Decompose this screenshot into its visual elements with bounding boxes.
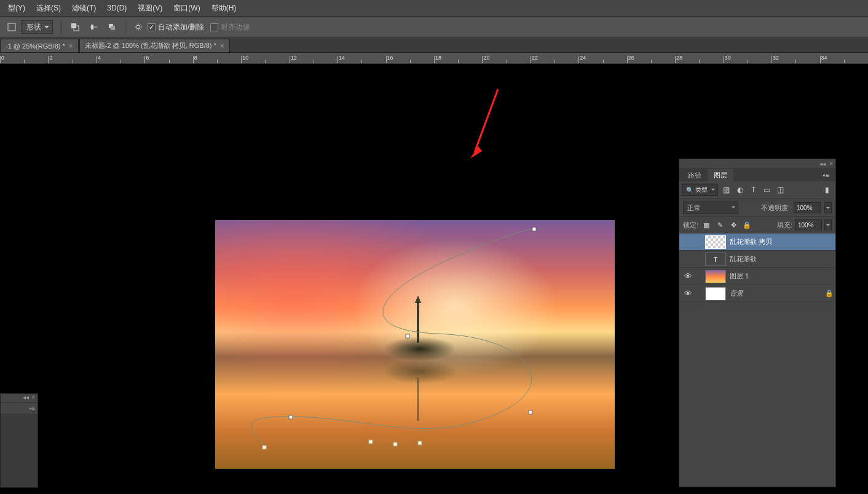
layer-name[interactable]: 背景 [730, 289, 823, 298]
layer-thumbnail[interactable] [705, 235, 726, 249]
canvas-image[interactable] [215, 220, 615, 469]
opacity-input[interactable]: 100% [794, 202, 821, 213]
ruler-minor-tick [748, 60, 748, 63]
menu-item-filter[interactable]: 滤镜(T) [66, 3, 101, 14]
checkbox-checked-icon[interactable] [148, 23, 156, 31]
layer-thumbnail[interactable]: T [705, 253, 726, 266]
layer-thumbnail[interactable] [705, 287, 726, 300]
ruler-number: 30 [725, 55, 731, 61]
layer-row[interactable]: 👁图层 1 [679, 268, 835, 285]
options-bar: 形状 自动添加/删除 对齐边缘 [0, 16, 868, 38]
ruler-tick [482, 56, 483, 63]
filter-smart-icon[interactable]: ◫ [775, 184, 787, 196]
ruler-number: 32 [773, 55, 779, 61]
checkbox-unchecked-icon[interactable] [210, 23, 218, 31]
document-tab-2[interactable]: 未标题-2 @ 100% (乱花渐欲 拷贝, RGB/8) * × [79, 39, 230, 52]
document-tab-1[interactable]: -1 @ 25%(RGB/8) * × [0, 39, 79, 52]
tab-paths[interactable]: 路径 [682, 169, 708, 181]
shape-mode-dropdown[interactable]: 形状 [21, 20, 53, 34]
layer-name[interactable]: 乱花渐欲 [730, 254, 835, 264]
path-combine-icon[interactable] [67, 19, 83, 35]
path-arrange-icon[interactable] [104, 19, 120, 35]
ruler-minor-tick [795, 60, 796, 63]
ruler-tick [771, 56, 772, 63]
fill-dropdown-icon[interactable] [824, 219, 832, 230]
panel-collapse-icon[interactable]: ◂◂ [23, 394, 29, 402]
ruler-number: 22 [532, 55, 538, 61]
close-icon[interactable]: × [829, 160, 833, 167]
layer-row[interactable]: 乱花渐欲 拷贝 [679, 233, 835, 251]
lock-label: 锁定: [683, 221, 698, 230]
lock-transparency-icon[interactable]: ▩ [701, 219, 712, 230]
ruler-minor-tick [651, 60, 652, 63]
ruler-minor-tick [458, 60, 459, 63]
ruler-tick [97, 56, 97, 63]
separator [125, 20, 125, 34]
menu-item-view[interactable]: 视图(V) [132, 3, 168, 14]
panel-menu-icon[interactable]: ▪≡ [817, 169, 835, 181]
ruler-tick [193, 56, 194, 63]
close-icon[interactable]: × [220, 42, 224, 50]
layer-filter-type-dropdown[interactable]: 🔍 类型 [682, 184, 718, 196]
ruler-tick [820, 56, 821, 63]
panel-body: 🔍 类型 ▧ ◐ T ▭ ◫ ▮ 正常 不透明度: 100% 锁定: ▩ ✎ ✥ [679, 181, 835, 487]
fill-label: 填充: [777, 221, 792, 230]
search-icon: 🔍 [686, 187, 693, 194]
layer-filter-row: 🔍 类型 ▧ ◐ T ▭ ◫ ▮ [679, 181, 835, 199]
lock-all-icon[interactable]: 🔒 [741, 219, 752, 230]
ruler-tick [48, 56, 49, 63]
filter-adjustment-icon[interactable]: ◐ [734, 184, 746, 196]
svg-rect-0 [8, 23, 15, 31]
ruler-tick [386, 56, 387, 63]
blend-opacity-row: 正常 不透明度: 100% [679, 199, 835, 217]
menu-item-3d[interactable]: 3D(D) [101, 4, 132, 12]
lock-pixels-icon[interactable]: ✎ [714, 219, 725, 230]
filter-shape-icon[interactable]: ▭ [761, 184, 773, 196]
fill-input[interactable]: 100% [795, 219, 822, 230]
layer-row[interactable]: T乱花渐欲 [679, 251, 835, 268]
ruler-tick [0, 56, 1, 63]
filter-text-icon[interactable]: T [748, 184, 760, 196]
layer-row[interactable]: 👁背景🔒 [679, 285, 835, 302]
separator [61, 20, 62, 34]
panel-header: ◂◂ × [679, 159, 835, 168]
tab-layers[interactable]: 图层 [708, 169, 733, 181]
path-align-icon[interactable] [85, 19, 101, 35]
opacity-dropdown-icon[interactable] [824, 202, 832, 213]
ruler-minor-tick [507, 60, 507, 63]
panel-menu-icon[interactable]: ▪≡ [30, 405, 35, 412]
tool-preset-icon[interactable] [4, 19, 20, 35]
gear-icon[interactable] [130, 19, 146, 35]
close-icon[interactable]: × [31, 394, 35, 402]
layer-visibility-icon[interactable]: 👁 [679, 289, 696, 298]
ruler-minor-tick [603, 60, 604, 63]
menu-item-help[interactable]: 帮助(H) [206, 3, 242, 14]
blend-mode-dropdown[interactable]: 正常 [683, 202, 738, 214]
ruler-number: 10 [242, 55, 248, 61]
filter-toggle-icon[interactable]: ▮ [821, 184, 833, 196]
lock-position-icon[interactable]: ✥ [728, 219, 739, 230]
menu-item-select[interactable]: 选择(S) [31, 3, 66, 14]
opacity-label: 不透明度: [761, 203, 790, 213]
layer-name[interactable]: 乱花渐欲 拷贝 [730, 237, 835, 246]
layer-name[interactable]: 图层 1 [730, 272, 835, 281]
menu-item-type[interactable]: 型(Y) [2, 3, 31, 14]
panel-collapse-icon[interactable]: ◂◂ [819, 160, 826, 167]
ruler-number: 8 [194, 55, 197, 61]
ruler-tick [627, 56, 628, 63]
mini-panel-body[interactable] [1, 414, 37, 487]
menu-item-window[interactable]: 窗口(W) [168, 3, 205, 14]
auto-add-delete-option[interactable]: 自动添加/删除 [148, 22, 204, 33]
ruler-number: 4 [98, 55, 101, 61]
layer-visibility-icon[interactable]: 👁 [679, 272, 696, 281]
ruler-number: 24 [580, 55, 586, 61]
ruler-minor-tick [73, 60, 73, 63]
close-icon[interactable]: × [69, 42, 73, 50]
filter-pixel-icon[interactable]: ▧ [720, 184, 733, 196]
panel-tabs: 路径 图层 ▪≡ [679, 168, 835, 181]
ruler-tick [337, 56, 338, 63]
svg-rect-6 [111, 26, 115, 30]
image-island [383, 324, 457, 361]
layer-thumbnail[interactable] [705, 270, 726, 283]
align-edges-option[interactable]: 对齐边缘 [210, 22, 250, 33]
